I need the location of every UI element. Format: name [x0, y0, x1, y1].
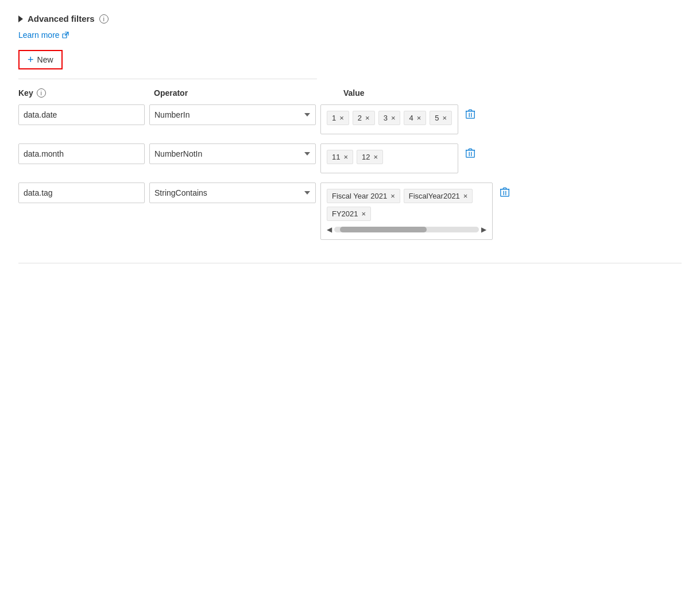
filter-row-1: NumberInNumberNotInStringContainsStringB… — [18, 143, 682, 173]
header-divider — [18, 79, 317, 79]
trash-icon — [465, 109, 475, 119]
value-tag-1-0: 11× — [327, 150, 353, 164]
tag-label-0-4: 5 — [435, 114, 439, 122]
tag-label-0-3: 4 — [409, 114, 413, 122]
value-tag-0-1: 2× — [353, 111, 375, 125]
tag-remove-0-1[interactable]: × — [365, 114, 370, 122]
scrollbar-2: ◀▶ — [327, 226, 486, 234]
operator-select-2[interactable]: NumberInNumberNotInStringContainsStringB… — [149, 182, 316, 203]
tag-remove-0-0[interactable]: × — [339, 114, 344, 122]
info-icon[interactable]: i — [99, 14, 109, 24]
value-tag-0-3: 4× — [404, 111, 426, 125]
col-header-operator: Operator — [154, 88, 320, 98]
delete-button-2[interactable] — [497, 185, 512, 200]
tag-label-1-1: 12 — [362, 153, 370, 161]
column-headers: Key i Operator Value — [18, 88, 682, 98]
tag-label-2-0: Fiscal Year 2021 — [332, 192, 387, 200]
delete-button-0[interactable] — [463, 107, 478, 122]
plus-icon: + — [28, 55, 34, 65]
tag-remove-2-1[interactable]: × — [463, 192, 468, 200]
new-button-highlight: + New — [18, 50, 63, 69]
tag-remove-0-2[interactable]: × — [391, 114, 396, 122]
value-tag-2-0: Fiscal Year 2021× — [327, 189, 400, 203]
scrollbar-track[interactable] — [334, 227, 479, 232]
tag-label-0-1: 2 — [358, 114, 362, 122]
operator-select-1[interactable]: NumberInNumberNotInStringContainsStringB… — [149, 143, 316, 164]
svg-rect-1 — [466, 111, 474, 119]
operator-dropdown-0[interactable]: NumberInNumberNotInStringContainsStringB… — [149, 104, 316, 125]
value-tag-2-2: FY2021× — [327, 207, 371, 221]
operator-dropdown-1[interactable]: NumberInNumberNotInStringContainsStringB… — [149, 143, 316, 164]
operator-select-0[interactable]: NumberInNumberNotInStringContainsStringB… — [149, 104, 316, 125]
value-box-0: 1×2×3×4×5× — [320, 104, 458, 134]
section-title: Advanced filters — [28, 14, 95, 24]
value-tag-0-0: 1× — [327, 111, 349, 125]
col-header-key: Key i — [18, 88, 145, 98]
collapse-icon[interactable] — [18, 15, 23, 22]
value-tag-0-4: 5× — [430, 111, 452, 125]
key-input-2[interactable] — [18, 182, 145, 203]
trash-icon — [500, 187, 510, 197]
key-info-icon[interactable]: i — [37, 88, 46, 98]
trash-icon — [465, 148, 475, 158]
section-header: Advanced filters i — [18, 14, 682, 24]
value-tags-0: 1×2×3×4×5× — [327, 111, 452, 125]
tag-remove-0-3[interactable]: × — [417, 114, 421, 122]
tag-remove-2-0[interactable]: × — [390, 192, 395, 200]
external-link-icon — [62, 32, 69, 38]
operator-dropdown-2[interactable]: NumberInNumberNotInStringContainsStringB… — [149, 182, 316, 203]
tag-label-2-2: FY2021 — [332, 209, 358, 218]
filter-row-2: NumberInNumberNotInStringContainsStringB… — [18, 182, 682, 240]
tag-label-0-2: 3 — [384, 114, 388, 122]
new-button-label: New — [37, 55, 53, 64]
new-button[interactable]: + New — [20, 51, 61, 68]
value-box-1: 11×12× — [320, 143, 458, 173]
key-input-1[interactable] — [18, 143, 145, 164]
key-input-0[interactable] — [18, 104, 145, 125]
bottom-divider — [18, 263, 682, 263]
svg-rect-2 — [466, 150, 474, 158]
value-tags-2: Fiscal Year 2021×FiscalYear2021×FY2021× — [327, 189, 486, 221]
delete-button-1[interactable] — [463, 146, 478, 161]
value-tags-1: 11×12× — [327, 150, 452, 164]
filter-row-0: NumberInNumberNotInStringContainsStringB… — [18, 104, 682, 134]
filter-rows-container: NumberInNumberNotInStringContainsStringB… — [18, 104, 682, 249]
value-tag-1-1: 12× — [357, 150, 383, 164]
value-tag-2-1: FiscalYear2021× — [404, 189, 473, 203]
tag-label-0-0: 1 — [332, 114, 336, 122]
learn-more-label: Learn more — [18, 30, 60, 40]
tag-remove-1-0[interactable]: × — [343, 153, 348, 161]
col-header-value: Value — [343, 88, 365, 98]
tag-remove-2-2[interactable]: × — [362, 210, 366, 218]
value-tag-0-2: 3× — [378, 111, 401, 125]
tag-label-1-0: 11 — [332, 153, 340, 161]
scrollbar-thumb[interactable] — [340, 227, 427, 232]
scroll-right-arrow[interactable]: ▶ — [481, 226, 486, 234]
tag-label-2-1: FiscalYear2021 — [409, 192, 460, 200]
scroll-left-arrow[interactable]: ◀ — [327, 226, 332, 234]
tag-remove-0-4[interactable]: × — [443, 114, 447, 122]
value-box-2: Fiscal Year 2021×FiscalYear2021×FY2021×◀… — [320, 182, 493, 240]
tag-remove-1-1[interactable]: × — [374, 153, 378, 161]
svg-rect-3 — [501, 189, 509, 197]
learn-more-link[interactable]: Learn more — [18, 30, 69, 40]
